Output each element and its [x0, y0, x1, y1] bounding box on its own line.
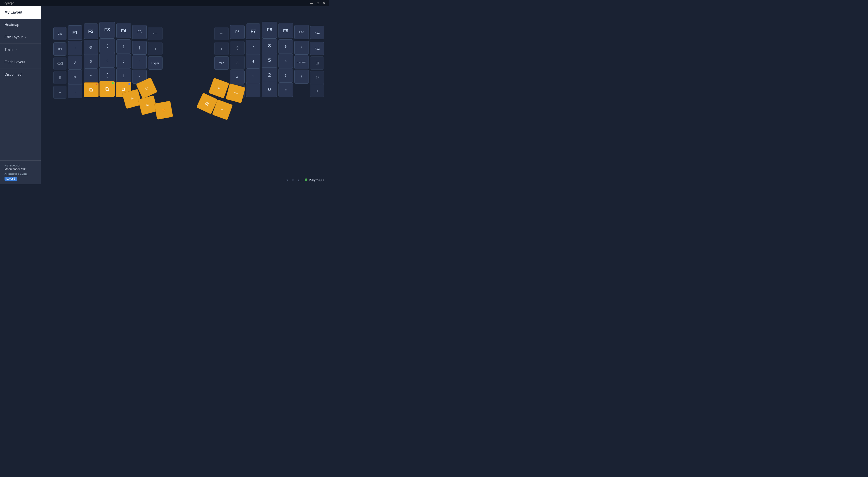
sidebar-item-my-layout[interactable]: My Layout: [0, 6, 41, 19]
key-shift-down-r[interactable]: ⇩: [230, 56, 245, 70]
key-caret[interactable]: ^: [84, 69, 98, 83]
key-shift-up[interactable]: ⇧: [53, 71, 66, 84]
bottom-icon-grid[interactable]: ⬚: [298, 178, 301, 181]
window-controls: — □ ✕: [309, 1, 327, 5]
key-f6[interactable]: F6: [230, 25, 245, 39]
key-0[interactable]: 0: [262, 82, 277, 97]
key-shift-up-r[interactable]: ⇧: [230, 41, 245, 55]
bottom-brand: Keymapp: [305, 178, 324, 181]
sidebar-item-train[interactable]: Train ↗: [0, 43, 41, 56]
sidebar-label-my-layout: My Layout: [4, 10, 22, 14]
sidebar: My Layout Heatmap Edit Layout ↗ Train ↗ …: [0, 6, 41, 184]
key-thumb-brightness-down[interactable]: 🔅: [154, 101, 173, 120]
key-right-layer[interactable]: ⬧: [214, 42, 229, 55]
key-at[interactable]: @: [84, 40, 98, 54]
key-4[interactable]: 4: [246, 54, 260, 69]
key-layer-r-bottom[interactable]: ⬧: [310, 84, 324, 97]
sidebar-label-flash-layout: Flash Layout: [4, 60, 25, 64]
brightness-mid-icon: ☀: [129, 96, 134, 102]
minimize-button[interactable]: —: [309, 1, 314, 5]
bottom-icon-sun[interactable]: ☀: [291, 178, 294, 181]
app-title: Keymapp: [3, 2, 14, 5]
bottom-bar: ◇ ☀ ⬚ Keymapp: [285, 178, 324, 181]
maximize-button[interactable]: □: [315, 1, 320, 5]
sidebar-label-edit-layout: Edit Layout: [4, 35, 23, 39]
key-f12[interactable]: F12: [310, 42, 324, 55]
key-layer-bottom[interactable]: ⬧: [53, 86, 66, 99]
key-esc[interactable]: Esc: [53, 27, 66, 40]
key-exclaim[interactable]: !: [68, 41, 82, 55]
key-right-arrow[interactable]: ⇨: [214, 27, 229, 40]
sidebar-item-disconnect[interactable]: Disconnect: [0, 68, 41, 81]
panel-icon: ▤: [204, 100, 210, 106]
key-windows[interactable]: ⊞: [310, 57, 324, 70]
sidebar-item-edit-layout[interactable]: Edit Layout ↗: [0, 31, 41, 43]
layer-badge[interactable]: Layer 1: [4, 177, 17, 181]
key-6[interactable]: 6: [278, 54, 293, 68]
key-dollar[interactable]: $: [84, 54, 98, 69]
key-percent[interactable]: %: [68, 70, 82, 84]
key-backtick[interactable]: `: [132, 55, 147, 69]
layer-label: CURRENT LAYER:: [4, 173, 36, 176]
close-button[interactable]: ✕: [322, 1, 327, 5]
sidebar-item-heatmap[interactable]: Heatmap: [0, 19, 41, 31]
key-equals[interactable]: =: [278, 83, 293, 97]
key-1[interactable]: 1: [246, 69, 260, 83]
key-f9[interactable]: F9: [278, 23, 293, 38]
key-7[interactable]: 7: [246, 40, 260, 54]
key-backspace-icon[interactable]: ⌫: [53, 57, 66, 70]
key-f10[interactable]: F10: [294, 25, 309, 39]
keyboard-label: KEYBOARD:: [4, 164, 36, 167]
key-dot-key[interactable]: .: [246, 83, 260, 97]
bottom-icon-diamond[interactable]: ◇: [285, 178, 288, 181]
key-del[interactable]: Del: [53, 42, 66, 56]
sidebar-label-heatmap: Heatmap: [4, 23, 19, 27]
key-8[interactable]: 8: [262, 38, 277, 53]
key-rparen[interactable]: ): [116, 54, 131, 68]
key-lbrace[interactable]: {: [99, 38, 115, 53]
key-3[interactable]: 3: [278, 68, 293, 83]
key-lbracket[interactable]: [: [99, 67, 115, 83]
sun-icon: ☀: [145, 102, 150, 108]
key-f5[interactable]: F5: [132, 25, 147, 39]
key-backslash[interactable]: \: [294, 70, 309, 83]
titlebar: Keymapp — □ ✕: [0, 0, 329, 6]
key-hash[interactable]: #: [68, 56, 82, 70]
key-asterisk[interactable]: *: [294, 41, 309, 55]
key-orange-1-icon: ⧉: [89, 87, 93, 93]
key-layer1[interactable]: ⬧: [148, 42, 162, 55]
key-2[interactable]: 2: [262, 67, 277, 83]
key-pipe[interactable]: |: [132, 41, 147, 55]
key-orange-1[interactable]: ⧉: [84, 82, 98, 97]
key-f11[interactable]: F11: [310, 26, 324, 39]
key-f8[interactable]: F8: [262, 22, 277, 38]
key-numpad-plus[interactable]: + numpad: [294, 55, 309, 69]
key-meh[interactable]: Meh: [214, 57, 229, 70]
key-5[interactable]: 5: [262, 53, 277, 68]
key-hyper[interactable]: Hyper: [148, 57, 162, 70]
key-comma[interactable]: ,: [68, 84, 82, 98]
brand-dot: [305, 178, 307, 181]
key-dot-red: [96, 83, 97, 86]
key-rbrace[interactable]: }: [116, 39, 131, 54]
external-link-icon: ↗: [24, 36, 27, 39]
main-layout: My Layout Heatmap Edit Layout ↗ Train ↗ …: [0, 6, 329, 184]
key-orange-2-icon: ⧉: [105, 86, 109, 92]
key-back-arrow[interactable]: ⟵: [148, 27, 162, 40]
key-9[interactable]: 9: [278, 39, 293, 54]
key-f1[interactable]: F1: [68, 25, 82, 40]
external-link-icon-2: ↗: [14, 48, 17, 51]
wifi-icon: 〰: [233, 91, 238, 96]
key-shift-up-r2[interactable]: ⇧R: [310, 71, 324, 84]
key-lparen[interactable]: (: [99, 53, 115, 68]
key-f3[interactable]: F3: [99, 22, 115, 38]
key-f2[interactable]: F2: [84, 24, 98, 39]
sidebar-item-flash-layout[interactable]: Flash Layout: [0, 56, 41, 68]
key-ampersand[interactable]: &: [230, 70, 245, 84]
key-rbracket[interactable]: ]: [116, 68, 131, 83]
key-orange-2[interactable]: ⧉: [99, 81, 115, 97]
key-f7[interactable]: F7: [246, 24, 260, 39]
key-dot-green: [112, 82, 114, 84]
key-f4[interactable]: F4: [116, 23, 131, 38]
key-thumb-r-brightness[interactable]: ✦: [209, 78, 229, 99]
